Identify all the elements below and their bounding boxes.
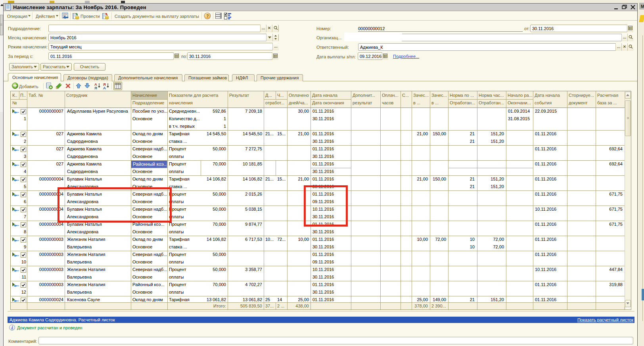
svg-text:А: А (103, 86, 106, 90)
svg-text:Я: Я (94, 86, 97, 90)
svg-text:?: ? (206, 13, 209, 18)
